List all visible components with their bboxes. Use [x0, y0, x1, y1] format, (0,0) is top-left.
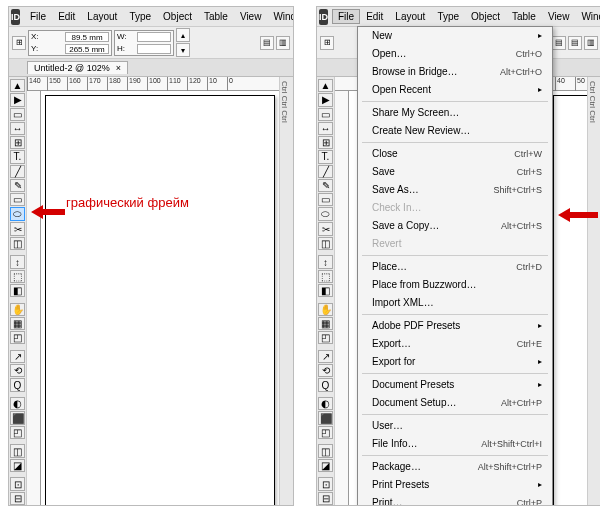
w-field[interactable] — [137, 32, 171, 42]
menu-window[interactable]: Window — [267, 9, 294, 24]
menu-item-file-info-[interactable]: File Info…Alt+Shift+Ctrl+I — [358, 435, 552, 453]
tool-14[interactable]: ⬚ — [318, 270, 333, 283]
menu-object[interactable]: Object — [157, 9, 198, 24]
tool-0[interactable]: ▲ — [10, 79, 25, 92]
page[interactable] — [45, 95, 275, 505]
menu-type-r[interactable]: Type — [431, 9, 465, 24]
tool-5[interactable]: T. — [10, 150, 25, 163]
opt-b-icon[interactable]: ▥ — [276, 36, 290, 50]
opt-a-icon[interactable]: ▤ — [260, 36, 274, 50]
tool-10[interactable]: ✂ — [318, 222, 333, 235]
menu-item-open-[interactable]: Open…Ctrl+O — [358, 45, 552, 63]
tool-27[interactable]: ◰ — [10, 426, 25, 439]
tool-10[interactable]: ✂ — [10, 222, 25, 235]
menu-item-document-setup-[interactable]: Document Setup…Alt+Ctrl+P — [358, 394, 552, 412]
tool-23[interactable]: Q — [318, 378, 333, 391]
tool-18[interactable]: ▦ — [10, 317, 25, 330]
x-field[interactable]: 89.5 mm — [65, 32, 109, 42]
tool-29[interactable]: ◫ — [318, 444, 333, 457]
tool-32[interactable]: ⊡ — [318, 477, 333, 490]
tool-22[interactable]: ⟲ — [10, 364, 25, 377]
menu-item-save-as-[interactable]: Save As…Shift+Ctrl+S — [358, 181, 552, 199]
menu-item-create-new-review-[interactable]: Create New Review… — [358, 122, 552, 140]
tool-26[interactable]: ⬛ — [318, 411, 333, 424]
document-tab[interactable]: Untitled-2 @ 102% × — [27, 61, 128, 74]
menu-file[interactable]: File — [24, 9, 52, 24]
tool-15[interactable]: ◧ — [10, 284, 25, 297]
menu-item-save[interactable]: SaveCtrl+S — [358, 163, 552, 181]
menu-item-adobe-pdf-presets[interactable]: Adobe PDF Presets▸ — [358, 317, 552, 335]
tool-25[interactable]: ◐ — [318, 397, 333, 410]
file-menu-dropdown[interactable]: New▸Open…Ctrl+OBrowse in Bridge…Alt+Ctrl… — [357, 26, 553, 506]
stepper-down[interactable]: ▾ — [176, 43, 190, 57]
tool-33[interactable]: ⊟ — [318, 492, 333, 505]
menu-table-r[interactable]: Table — [506, 9, 542, 24]
stepper-up[interactable]: ▴ — [176, 28, 190, 42]
tool-8[interactable]: ▭ — [10, 193, 25, 206]
tool-6[interactable]: ╱ — [318, 165, 333, 178]
menu-item-export-for[interactable]: Export for▸ — [358, 353, 552, 371]
tool-30[interactable]: ◪ — [10, 459, 25, 472]
menu-item-document-presets[interactable]: Document Presets▸ — [358, 376, 552, 394]
tool-9[interactable]: ⬭ — [10, 207, 25, 221]
menu-item-place-[interactable]: Place…Ctrl+D — [358, 258, 552, 276]
menu-item-print-presets[interactable]: Print Presets▸ — [358, 476, 552, 494]
canvas-area[interactable]: 140150160170180190100110120100 — [27, 77, 293, 505]
tool-11[interactable]: ◫ — [318, 237, 333, 250]
menu-object-r[interactable]: Object — [465, 9, 506, 24]
tool-27[interactable]: ◰ — [318, 426, 333, 439]
opt-a-icon-r[interactable]: ▤ — [552, 36, 566, 50]
menu-layout[interactable]: Layout — [81, 9, 123, 24]
tool-0[interactable]: ▲ — [318, 79, 333, 92]
menu-item-user-[interactable]: User… — [358, 417, 552, 435]
opt-c-icon-r[interactable]: ▥ — [584, 36, 598, 50]
tool-13[interactable]: ↕ — [318, 255, 333, 268]
tool-21[interactable]: ↗ — [318, 350, 333, 363]
menu-type[interactable]: Type — [123, 9, 157, 24]
tool-23[interactable]: Q — [10, 378, 25, 391]
menu-item-open-recent[interactable]: Open Recent▸ — [358, 81, 552, 99]
tool-14[interactable]: ⬚ — [10, 270, 25, 283]
menu-item-close[interactable]: CloseCtrl+W — [358, 145, 552, 163]
tool-19[interactable]: ◰ — [10, 331, 25, 344]
menu-item-browse-in-bridge-[interactable]: Browse in Bridge…Alt+Ctrl+O — [358, 63, 552, 81]
tool-7[interactable]: ✎ — [318, 179, 333, 192]
tool-25[interactable]: ◐ — [10, 397, 25, 410]
tool-33[interactable]: ⊟ — [10, 492, 25, 505]
menu-item-new[interactable]: New▸ — [358, 27, 552, 45]
menu-view[interactable]: View — [234, 9, 268, 24]
menu-item-place-from-buzzword-[interactable]: Place from Buzzword… — [358, 276, 552, 294]
h-field[interactable] — [137, 44, 171, 54]
menu-edit-r[interactable]: Edit — [360, 9, 389, 24]
menu-item-export-[interactable]: Export…Ctrl+E — [358, 335, 552, 353]
anchor-icon-r[interactable]: ⊞ — [320, 36, 334, 50]
menu-item-print-[interactable]: Print…Ctrl+P — [358, 494, 552, 506]
tool-4[interactable]: ⊞ — [10, 136, 25, 149]
tool-19[interactable]: ◰ — [318, 331, 333, 344]
tool-7[interactable]: ✎ — [10, 179, 25, 192]
tool-3[interactable]: ↔ — [318, 122, 333, 135]
tool-2[interactable]: ▭ — [10, 108, 25, 121]
tool-29[interactable]: ◫ — [10, 444, 25, 457]
menu-layout-r[interactable]: Layout — [389, 9, 431, 24]
tool-21[interactable]: ↗ — [10, 350, 25, 363]
menu-file-active[interactable]: File — [332, 9, 360, 24]
tool-6[interactable]: ╱ — [10, 165, 25, 178]
opt-b-icon-r[interactable]: ▤ — [568, 36, 582, 50]
tab-close-icon[interactable]: × — [116, 63, 121, 73]
tool-17[interactable]: ✋ — [10, 303, 25, 316]
tool-1[interactable]: ▶ — [318, 93, 333, 106]
tool-3[interactable]: ↔ — [10, 122, 25, 135]
menu-item-save-a-copy-[interactable]: Save a Copy…Alt+Ctrl+S — [358, 217, 552, 235]
tool-1[interactable]: ▶ — [10, 93, 25, 106]
tool-26[interactable]: ⬛ — [10, 411, 25, 424]
tool-2[interactable]: ▭ — [318, 108, 333, 121]
tool-18[interactable]: ▦ — [318, 317, 333, 330]
menu-edit[interactable]: Edit — [52, 9, 81, 24]
tool-4[interactable]: ⊞ — [318, 136, 333, 149]
tool-32[interactable]: ⊡ — [10, 477, 25, 490]
tool-15[interactable]: ◧ — [318, 284, 333, 297]
tool-9[interactable]: ⬭ — [318, 207, 333, 221]
tool-8[interactable]: ▭ — [318, 193, 333, 206]
tool-5[interactable]: T. — [318, 150, 333, 163]
